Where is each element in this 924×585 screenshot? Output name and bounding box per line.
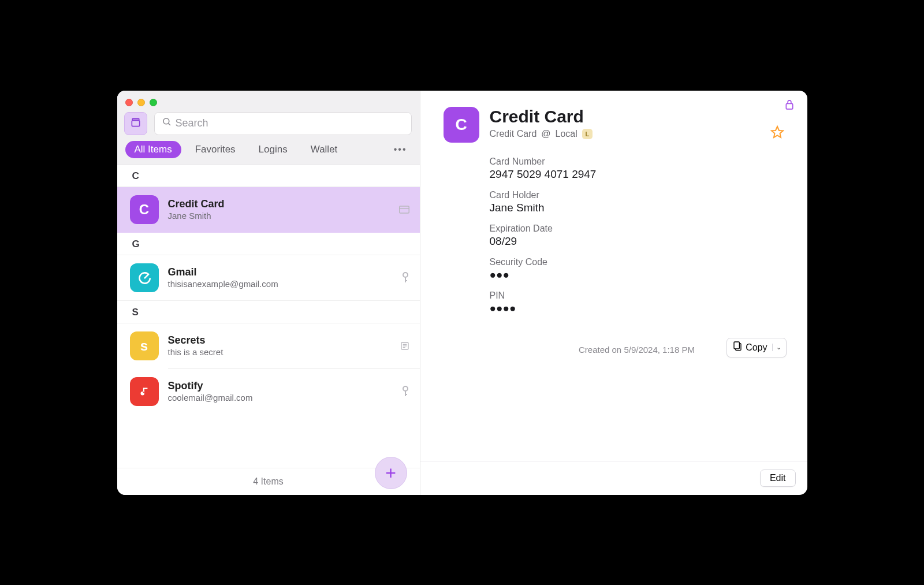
section-header-g: G (117, 233, 420, 255)
item-text: Gmail thisisanexample@gmail.com (168, 266, 392, 289)
item-list: C C Credit Card Jane Smith G Gmail th (117, 165, 420, 468)
detail-pane: C Credit Card Credit Card @ Local L Card… (420, 91, 807, 495)
svg-rect-19 (734, 342, 739, 349)
item-text: Secrets this is a secret (168, 334, 391, 357)
item-title: Spotify (168, 380, 392, 392)
field-pin[interactable]: PIN ●●●● (490, 290, 784, 315)
field-card-holder[interactable]: Card Holder Jane Smith (490, 190, 784, 214)
svg-rect-14 (405, 390, 406, 396)
tab-wallet[interactable]: Wallet (301, 141, 347, 158)
window-controls (117, 95, 420, 106)
svg-point-13 (403, 386, 408, 391)
plus-icon: + (385, 464, 396, 482)
archive-icon (130, 117, 141, 131)
at-symbol: @ (541, 129, 550, 139)
item-subtitle: thisisanexample@gmail.com (168, 279, 392, 289)
field-label: Security Code (490, 257, 784, 267)
search-input[interactable] (176, 117, 404, 129)
svg-rect-7 (405, 277, 406, 282)
list-item-credit-card[interactable]: C Credit Card Jane Smith (117, 187, 420, 233)
vault-selector-button[interactable] (124, 112, 147, 135)
minimize-window-button[interactable] (137, 99, 145, 106)
item-count: 4 Items (253, 476, 283, 487)
search-field[interactable] (154, 112, 412, 135)
detail-title-wrap: Credit Card Credit Card @ Local L (490, 107, 760, 139)
field-value: ●●● (490, 269, 784, 281)
item-subtitle: coolemail@gmail.com (168, 393, 392, 403)
item-title: Secrets (168, 334, 391, 346)
note-icon (400, 341, 409, 351)
favorite-button[interactable] (770, 125, 784, 141)
close-window-button[interactable] (125, 99, 133, 106)
lock-button[interactable] (784, 99, 795, 113)
svg-point-2 (163, 118, 169, 124)
tabs-more-button[interactable]: ••• (389, 142, 412, 157)
svg-point-6 (403, 273, 408, 277)
section-header-c: C (117, 165, 420, 187)
add-item-button[interactable]: + (375, 457, 407, 489)
chevron-down-icon: ⌄ (772, 344, 781, 351)
list-footer: 4 Items + (117, 468, 420, 495)
key-icon (401, 272, 409, 284)
item-icon-gmail (130, 263, 159, 292)
field-value: 2947 5029 4071 2947 (490, 168, 784, 181)
app-window: All Items Favorites Logins Wallet ••• C … (117, 91, 807, 495)
vault-badge: L (582, 129, 593, 139)
detail-fields: Card Number 2947 5029 4071 2947 Card Hol… (420, 143, 807, 461)
item-icon-credit-card: C (130, 195, 159, 224)
svg-rect-1 (132, 120, 139, 126)
key-icon (401, 386, 409, 397)
field-expiration[interactable]: Expiration Date 08/29 (490, 223, 784, 248)
detail-header: C Credit Card Credit Card @ Local L (420, 91, 807, 143)
tab-all-items[interactable]: All Items (125, 141, 181, 158)
search-icon (162, 117, 172, 130)
list-item-gmail[interactable]: Gmail thisisanexample@gmail.com (117, 255, 420, 301)
detail-footer: Edit (420, 461, 807, 495)
svg-rect-0 (132, 118, 139, 120)
svg-rect-16 (786, 103, 792, 109)
field-label: Expiration Date (490, 223, 784, 234)
item-title: Credit Card (168, 198, 390, 210)
item-subtitle: Jane Smith (168, 211, 390, 221)
svg-rect-15 (405, 394, 407, 395)
item-icon-secrets: s (130, 331, 159, 360)
search-row (117, 106, 420, 141)
field-security-code[interactable]: Security Code ●●● (490, 257, 784, 281)
detail-item-icon: C (444, 107, 479, 143)
item-icon-spotify (130, 377, 159, 406)
copy-label: Copy (746, 342, 767, 353)
svg-line-3 (168, 124, 170, 125)
filter-tabs: All Items Favorites Logins Wallet ••• (117, 141, 420, 164)
detail-vault-name: Local (556, 129, 578, 139)
sidebar: All Items Favorites Logins Wallet ••• C … (117, 91, 420, 495)
edit-button[interactable]: Edit (760, 470, 796, 487)
item-title: Gmail (168, 266, 392, 278)
svg-rect-4 (399, 206, 409, 213)
field-label: PIN (490, 290, 784, 301)
toolbar: All Items Favorites Logins Wallet ••• (117, 91, 420, 165)
item-subtitle: this is a secret (168, 347, 391, 357)
field-value: ●●●● (490, 302, 784, 315)
detail-type: Credit Card (490, 129, 537, 139)
section-header-s: S (117, 301, 420, 323)
detail-title: Credit Card (490, 107, 760, 126)
list-item-spotify[interactable]: Spotify coolemail@gmail.com (117, 369, 420, 414)
field-label: Card Number (490, 157, 784, 167)
credit-card-icon (399, 206, 409, 214)
clipboard-icon (733, 341, 742, 354)
field-card-number[interactable]: Card Number 2947 5029 4071 2947 (490, 157, 784, 181)
list-item-secrets[interactable]: s Secrets this is a secret (117, 323, 420, 368)
item-text: Credit Card Jane Smith (168, 198, 390, 221)
svg-rect-8 (405, 280, 407, 281)
copy-button[interactable]: Copy ⌄ (726, 338, 786, 357)
tab-logins[interactable]: Logins (249, 141, 297, 158)
field-label: Card Holder (490, 190, 784, 200)
detail-subtitle: Credit Card @ Local L (490, 129, 760, 139)
svg-marker-17 (772, 126, 783, 137)
zoom-window-button[interactable] (150, 99, 157, 106)
item-text: Spotify coolemail@gmail.com (168, 380, 392, 403)
tab-favorites[interactable]: Favorites (186, 141, 245, 158)
field-value: Jane Smith (490, 202, 784, 214)
field-value: 08/29 (490, 235, 784, 248)
